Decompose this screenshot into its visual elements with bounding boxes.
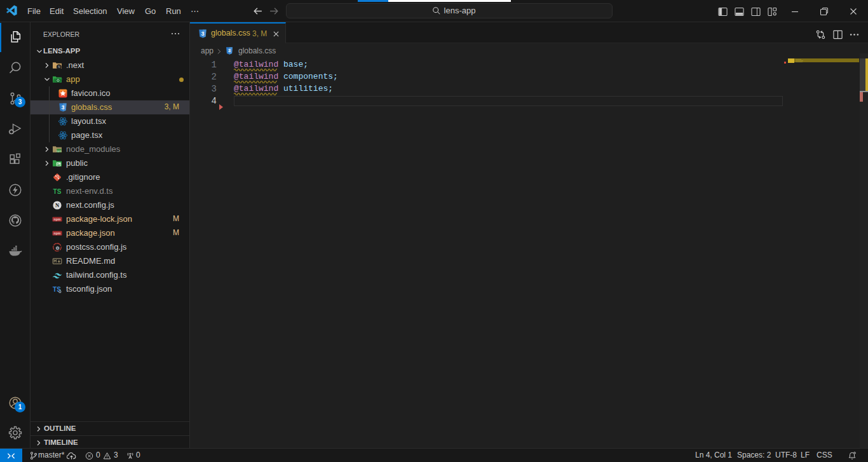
svg-text:N: N — [55, 202, 60, 208]
svg-text:N: N — [58, 65, 60, 69]
svg-text:npm: npm — [54, 231, 61, 235]
svg-text:3: 3 — [62, 104, 65, 111]
svg-text:npm: npm — [54, 217, 61, 221]
svg-text:3: 3 — [201, 31, 205, 37]
svg-text:TS: TS — [53, 188, 62, 195]
svg-text:3: 3 — [228, 48, 231, 53]
svg-text:npm: npm — [57, 149, 62, 153]
